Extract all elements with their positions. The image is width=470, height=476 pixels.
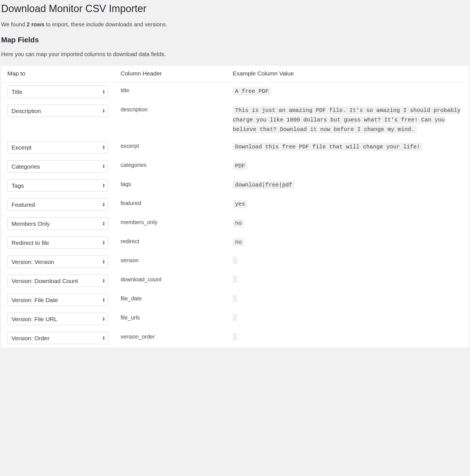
map-select-wrap[interactable]: TitleDescriptionExcerptCategoriesTagsFea… bbox=[7, 179, 108, 192]
map-select[interactable]: TitleDescriptionExcerptCategoriesTagsFea… bbox=[8, 275, 108, 287]
map-select-wrap[interactable]: TitleDescriptionExcerptCategoriesTagsFea… bbox=[7, 141, 108, 153]
table-row: TitleDescriptionExcerptCategoriesTagsFea… bbox=[1, 195, 469, 214]
col-example: Example Column Value bbox=[227, 66, 469, 82]
map-select[interactable]: TitleDescriptionExcerptCategoriesTagsFea… bbox=[8, 256, 108, 268]
map-select-wrap[interactable]: TitleDescriptionExcerptCategoriesTagsFea… bbox=[7, 198, 108, 211]
map-select-wrap[interactable]: TitleDescriptionExcerptCategoriesTagsFea… bbox=[7, 236, 108, 249]
map-select[interactable]: TitleDescriptionExcerptCategoriesTagsFea… bbox=[8, 294, 108, 306]
column-header-value: version bbox=[121, 256, 139, 264]
map-select-wrap[interactable]: TitleDescriptionExcerptCategoriesTagsFea… bbox=[7, 105, 108, 117]
section-title: Map Fields bbox=[1, 36, 469, 44]
column-header-value: excerpt bbox=[121, 141, 139, 149]
table-row: TitleDescriptionExcerptCategoriesTagsFea… bbox=[1, 214, 469, 233]
example-value-empty bbox=[233, 333, 237, 340]
map-select[interactable]: TitleDescriptionExcerptCategoriesTagsFea… bbox=[8, 218, 108, 229]
example-value: download|free|pdf bbox=[233, 181, 294, 189]
column-header-value: members_only bbox=[121, 217, 157, 226]
example-value: Download this free PDF file that will ch… bbox=[233, 143, 422, 151]
column-header-value: version_order bbox=[121, 332, 155, 340]
column-header-value: tags bbox=[121, 179, 131, 187]
map-select[interactable]: TitleDescriptionExcerptCategoriesTagsFea… bbox=[8, 141, 108, 153]
table-row: TitleDescriptionExcerptCategoriesTagsFea… bbox=[1, 176, 469, 195]
col-map-to: Map to bbox=[1, 66, 114, 82]
example-value: PDF bbox=[233, 162, 247, 170]
table-row: TitleDescriptionExcerptCategoriesTagsFea… bbox=[1, 252, 469, 271]
example-value-empty bbox=[233, 257, 237, 264]
table-row: TitleDescriptionExcerptCategoriesTagsFea… bbox=[1, 328, 469, 348]
column-header-value: featured bbox=[121, 198, 141, 206]
map-select-wrap[interactable]: TitleDescriptionExcerptCategoriesTagsFea… bbox=[7, 256, 108, 268]
intro-post: to import, these include downloads and v… bbox=[44, 21, 167, 27]
col-header: Column Header bbox=[114, 66, 227, 82]
table-row: TitleDescriptionExcerptCategoriesTagsFea… bbox=[1, 309, 469, 328]
map-select-wrap[interactable]: TitleDescriptionExcerptCategoriesTagsFea… bbox=[7, 217, 108, 230]
table-row: TitleDescriptionExcerptCategoriesTagsFea… bbox=[1, 138, 469, 157]
column-header-value: file_urls bbox=[121, 313, 140, 321]
map-select-wrap[interactable]: TitleDescriptionExcerptCategoriesTagsFea… bbox=[7, 160, 108, 173]
example-value: no bbox=[233, 219, 244, 227]
map-select[interactable]: TitleDescriptionExcerptCategoriesTagsFea… bbox=[8, 105, 108, 117]
column-header-value: categories bbox=[121, 160, 146, 168]
table-row: TitleDescriptionExcerptCategoriesTagsFea… bbox=[1, 233, 469, 252]
map-select[interactable]: TitleDescriptionExcerptCategoriesTagsFea… bbox=[8, 160, 108, 172]
column-header-value: download_count bbox=[121, 275, 162, 283]
map-select-wrap[interactable]: TitleDescriptionExcerptCategoriesTagsFea… bbox=[7, 86, 108, 98]
column-header-value: title bbox=[121, 86, 129, 94]
table-row: TitleDescriptionExcerptCategoriesTagsFea… bbox=[1, 101, 469, 138]
table-row: TitleDescriptionExcerptCategoriesTagsFea… bbox=[1, 290, 469, 309]
example-value: yes bbox=[233, 200, 247, 208]
example-value-empty bbox=[233, 276, 237, 283]
map-select-wrap[interactable]: TitleDescriptionExcerptCategoriesTagsFea… bbox=[7, 332, 108, 344]
table-row: TitleDescriptionExcerptCategoriesTagsFea… bbox=[1, 271, 469, 290]
intro-text: We found 2 rows to import, these include… bbox=[1, 21, 469, 28]
example-value: A free PDF bbox=[233, 87, 271, 95]
column-header-value: file_date bbox=[121, 294, 142, 302]
column-header-value: description bbox=[121, 105, 148, 113]
example-value-empty bbox=[233, 314, 237, 321]
example-value-empty bbox=[233, 295, 237, 302]
column-header-value: redirect bbox=[121, 236, 139, 245]
map-select-wrap[interactable]: TitleDescriptionExcerptCategoriesTagsFea… bbox=[7, 294, 108, 306]
intro-row-count: 2 rows bbox=[27, 21, 44, 27]
table-row: TitleDescriptionExcerptCategoriesTagsFea… bbox=[1, 82, 469, 102]
table-row: TitleDescriptionExcerptCategoriesTagsFea… bbox=[1, 157, 469, 176]
map-select-wrap[interactable]: TitleDescriptionExcerptCategoriesTagsFea… bbox=[7, 313, 108, 325]
example-value: This is just an amazing PDF file. It's s… bbox=[233, 106, 460, 134]
map-panel: Map to Column Header Example Column Valu… bbox=[1, 65, 469, 348]
example-value: no bbox=[233, 238, 244, 246]
map-select[interactable]: TitleDescriptionExcerptCategoriesTagsFea… bbox=[8, 180, 108, 191]
map-select[interactable]: TitleDescriptionExcerptCategoriesTagsFea… bbox=[8, 237, 108, 249]
map-select-wrap[interactable]: TitleDescriptionExcerptCategoriesTagsFea… bbox=[7, 275, 108, 287]
map-table: Map to Column Header Example Column Valu… bbox=[1, 66, 469, 348]
section-desc: Here you can map your imported columns t… bbox=[1, 51, 469, 58]
map-select[interactable]: TitleDescriptionExcerptCategoriesTagsFea… bbox=[8, 332, 108, 344]
map-select[interactable]: TitleDescriptionExcerptCategoriesTagsFea… bbox=[8, 313, 108, 325]
map-select[interactable]: TitleDescriptionExcerptCategoriesTagsFea… bbox=[8, 199, 108, 210]
intro-pre: We found bbox=[1, 21, 27, 27]
page-title: Download Monitor CSV Importer bbox=[1, 3, 469, 15]
map-select[interactable]: TitleDescriptionExcerptCategoriesTagsFea… bbox=[8, 86, 108, 98]
